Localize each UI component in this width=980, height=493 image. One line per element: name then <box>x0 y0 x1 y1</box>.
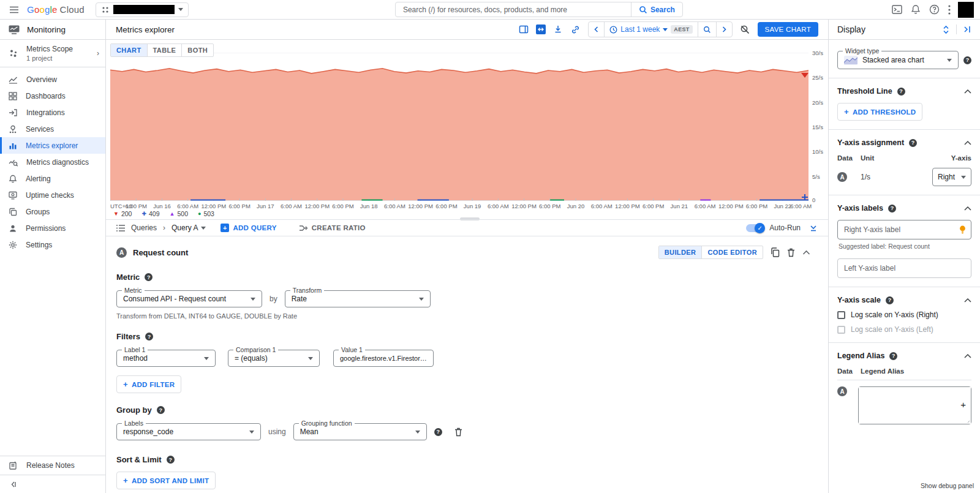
grouping-function-select[interactable]: Grouping function Mean <box>293 423 427 440</box>
filter-comparison-select[interactable]: Comparison 1 = (equals) <box>228 350 320 367</box>
x-tick-label: 6:00 PM <box>746 203 767 209</box>
main-content: Metrics explorer Last 1 week AEST <box>106 20 828 493</box>
yaxis-side-select[interactable]: Right <box>932 168 971 186</box>
sidebar-item-settings[interactable]: Settings <box>0 236 105 253</box>
sidebar-item-dashboards[interactable]: Dashboards <box>0 88 105 104</box>
toggle-legend-icon[interactable] <box>519 24 529 34</box>
help-icon[interactable] <box>929 4 940 15</box>
sidebar-item-alerting[interactable]: Alerting <box>0 170 105 187</box>
sidebar-item-permissions[interactable]: Permissions <box>0 220 105 236</box>
log-scale-right-checkbox[interactable] <box>837 311 845 319</box>
widget-type-select[interactable]: Widget type Stacked area chart <box>837 51 959 69</box>
sidebar-item-overview[interactable]: Overview <box>0 71 105 88</box>
show-debug-panel-link[interactable]: Show debug panel <box>921 482 974 489</box>
help-icon[interactable]: ? <box>909 139 917 147</box>
chevron-down-icon <box>947 59 952 62</box>
help-icon[interactable]: ? <box>889 352 897 360</box>
sidebar-item-groups[interactable]: Groups <box>0 203 105 220</box>
unfold-sections-icon[interactable] <box>942 25 950 34</box>
time-forward-button[interactable] <box>716 22 732 37</box>
help-icon[interactable]: ? <box>434 428 442 436</box>
sidebar-item-integrations[interactable]: Integrations <box>0 104 105 121</box>
x-tick-label: 6:00 AM <box>591 203 612 209</box>
left-yaxis-label-input[interactable] <box>837 258 971 278</box>
legend-item-500[interactable]: ▲500 <box>170 210 188 217</box>
close-panel-icon[interactable] <box>963 25 971 34</box>
x-tick-label: 6:00 AM <box>488 203 509 209</box>
groupby-labels-select[interactable]: Labels response_code <box>116 423 261 440</box>
help-icon[interactable]: ? <box>145 333 153 341</box>
right-yaxis-label-input[interactable] <box>837 220 971 239</box>
legend-alias-input[interactable] <box>859 387 971 424</box>
zoom-time-icon[interactable] <box>698 22 716 37</box>
time-range-selector[interactable]: Last 1 week AEST <box>604 22 697 37</box>
collapse-section-icon[interactable] <box>964 89 971 94</box>
help-icon[interactable]: ? <box>963 56 971 64</box>
queries-label[interactable]: Queries <box>131 224 157 232</box>
metric-select[interactable]: Metric Consumed API - Request count <box>116 290 262 307</box>
zoom-reset-icon[interactable] <box>740 24 750 35</box>
menu-icon[interactable] <box>6 2 22 18</box>
release-notes-link[interactable]: Release Notes <box>0 456 105 475</box>
collapse-section-icon[interactable] <box>964 206 971 211</box>
search-button[interactable]: Search <box>631 2 682 17</box>
tab-code-editor[interactable]: CODE EDITOR <box>701 246 763 258</box>
y-tick-label: 20/s <box>812 99 823 105</box>
help-icon[interactable]: ? <box>167 456 175 464</box>
legend-item-200[interactable]: ▼200 <box>113 210 132 217</box>
time-back-button[interactable] <box>589 22 604 37</box>
notifications-icon[interactable] <box>911 4 921 15</box>
collapse-sidebar-button[interactable] <box>0 475 105 493</box>
expand-chart-icon[interactable] <box>536 24 546 34</box>
project-selector[interactable] <box>96 2 189 17</box>
collapse-builder-icon[interactable] <box>802 250 810 255</box>
sidebar-item-uptime-checks[interactable]: Uptime checks <box>0 187 105 203</box>
help-icon[interactable]: ? <box>157 406 165 414</box>
collapse-section-icon[interactable] <box>964 298 971 303</box>
add-sort-limit-button[interactable]: +ADD SORT AND LIMIT <box>116 472 216 489</box>
search-input[interactable] <box>396 6 631 14</box>
tab-builder[interactable]: BUILDER <box>659 246 702 258</box>
time-range-label: Last 1 week <box>620 25 660 34</box>
sidebar-item-services[interactable]: Services <box>0 121 105 137</box>
add-threshold-button[interactable]: +ADD THRESHOLD <box>837 103 922 121</box>
cloud-shell-icon[interactable] <box>892 4 902 15</box>
legend-item-409[interactable]: ✚409 <box>141 210 159 217</box>
legend-alias-field: + <box>858 386 971 424</box>
filter-label-select[interactable]: Label 1 method <box>116 350 216 367</box>
suggestion-bulb-icon[interactable] <box>959 225 967 235</box>
more-vert-icon[interactable] <box>948 5 951 15</box>
sidebar-item-metrics-explorer[interactable]: Metrics explorer <box>0 137 105 154</box>
delete-query-icon[interactable] <box>787 248 795 257</box>
filter-value-input[interactable]: Value 1 google.firestore.v1.Firestore.Co… <box>333 350 434 367</box>
tab-chart[interactable]: CHART <box>111 44 147 56</box>
duplicate-query-icon[interactable] <box>771 247 780 257</box>
help-icon[interactable]: ? <box>888 205 896 213</box>
collapse-queries-icon[interactable] <box>809 224 818 232</box>
create-ratio-button[interactable]: CREATE RATIO <box>299 224 366 232</box>
auto-run-toggle[interactable]: Auto-Run <box>746 224 801 232</box>
collapse-section-icon[interactable] <box>964 353 971 358</box>
avatar[interactable] <box>958 2 974 18</box>
resize-grip-icon[interactable] <box>965 418 970 423</box>
save-chart-button[interactable]: SAVE CHART <box>758 22 818 37</box>
download-icon[interactable] <box>553 24 563 34</box>
help-icon[interactable]: ? <box>886 296 894 304</box>
legend-item-503[interactable]: ●503 <box>198 210 214 217</box>
add-query-button[interactable]: + ADD QUERY <box>221 224 276 232</box>
add-filter-button[interactable]: +ADD FILTER <box>116 375 181 393</box>
sidebar-item-metrics-diagnostics[interactable]: Metrics diagnostics <box>0 154 105 170</box>
collapse-section-icon[interactable] <box>964 140 971 145</box>
help-icon[interactable]: ? <box>145 273 153 281</box>
area-chart-plot[interactable] <box>110 53 809 201</box>
add-alias-icon[interactable]: + <box>960 399 966 410</box>
transform-select[interactable]: Transform Rate <box>285 290 431 307</box>
tab-both[interactable]: BOTH <box>181 44 213 56</box>
share-link-icon[interactable] <box>570 24 581 35</box>
query-name-menu[interactable]: Query A <box>172 224 206 232</box>
sidebar-title: Monitoring <box>27 25 66 34</box>
tab-table[interactable]: TABLE <box>147 44 182 56</box>
help-icon[interactable]: ? <box>897 88 905 96</box>
metrics-scope[interactable]: Metrics Scope 1 project › <box>0 40 105 67</box>
delete-groupby-icon[interactable] <box>454 427 462 437</box>
